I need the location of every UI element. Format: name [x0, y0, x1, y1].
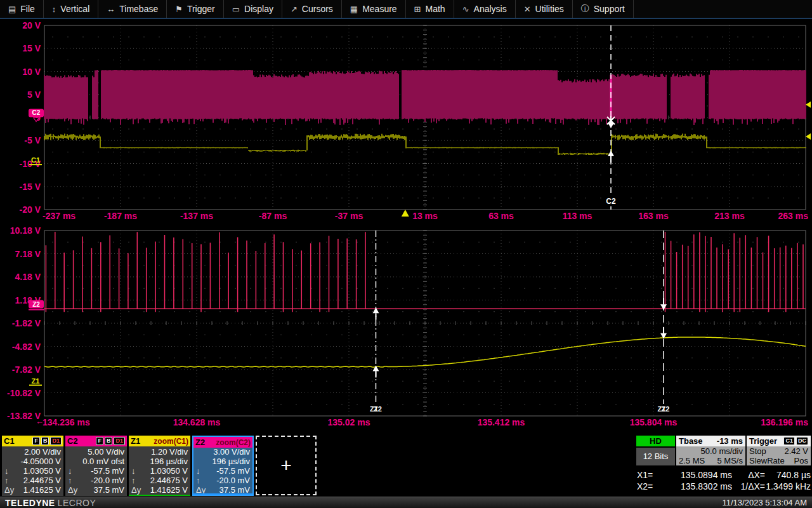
menu-item-display[interactable]: ▭Display — [224, 0, 282, 18]
trigger-icon: ⚑ — [175, 4, 183, 14]
x-axis-label: 113 ms — [563, 211, 593, 221]
analysis-icon: ∿ — [462, 4, 469, 14]
x-axis-label: 135.804 ms — [630, 417, 678, 427]
descriptor-row: ↓-57.5 mV — [65, 466, 127, 476]
trace-c2[interactable] — [44, 70, 806, 125]
cursor-label: C2 — [606, 197, 616, 206]
menu-item-timebase[interactable]: ↔Timebase — [98, 0, 167, 18]
y-axis-label: -4.82 V — [12, 342, 41, 352]
menu-item-math[interactable]: ⊞Math — [406, 0, 454, 18]
y-axis-label: -5 V — [24, 135, 41, 145]
zoom-source-label: zoom(C2) — [216, 438, 251, 447]
file-icon: ▤ — [8, 4, 16, 14]
x2-value: 135.8302 ms — [666, 481, 732, 491]
trigger-position-marker[interactable] — [402, 210, 409, 217]
right-level-marker — [806, 133, 811, 140]
descriptor-row: ↑2.44675 V — [2, 476, 63, 485]
support-icon: ⓘ — [581, 3, 589, 15]
menu-label: Timebase — [119, 4, 158, 14]
trigger-type: SlewRate — [749, 456, 785, 465]
trigger-level: 2.42 V — [784, 446, 808, 456]
trigger-slope: Pos — [794, 456, 808, 465]
x2-label: X2= — [637, 481, 666, 491]
x-axis-label: 163 ms — [638, 211, 669, 221]
descriptor-row: Δy1.41625 V — [2, 485, 63, 495]
descriptor-badge-b: B — [41, 437, 49, 445]
menu-item-file[interactable]: ▤File — [0, 0, 44, 18]
math-icon: ⊞ — [414, 4, 421, 14]
level-pointer — [29, 164, 42, 165]
menu-label: Measure — [362, 4, 396, 14]
menu-item-cursors[interactable]: ↗Cursors — [282, 0, 342, 18]
cursors-icon: ↗ — [291, 4, 298, 14]
descriptor-row: 0.0 mV ofst — [65, 457, 127, 466]
cursor-up-arrow — [608, 123, 614, 128]
descriptor-row: Δy37.5 mV — [65, 485, 127, 495]
invdx-value: 1.3499 kHz — [765, 481, 811, 491]
x-axis-label: -87 ms — [259, 211, 287, 221]
y-axis-label: 15 V — [22, 43, 41, 53]
descriptor-row: ↑-20.0 mV — [193, 476, 252, 485]
svg-text:Z2: Z2 — [32, 301, 40, 308]
menu-label: Math — [426, 4, 445, 14]
x-axis-label: 135.412 ms — [478, 417, 525, 427]
menu-label: Support — [594, 4, 625, 14]
timebase-label: Tbase — [679, 436, 703, 446]
x-axis-label: 134.236 ms — [43, 417, 90, 427]
dx-value: 740.8 µs — [765, 470, 811, 480]
trace-id: C1 — [4, 436, 15, 446]
descriptor-row: 3.00 V/div — [193, 447, 252, 457]
menu-item-analysis[interactable]: ∿Analysis — [454, 0, 516, 18]
add-trace-button[interactable]: + — [256, 436, 317, 495]
x-axis-label: -37 ms — [335, 211, 363, 221]
axis-marker-z1[interactable]: Z1 — [32, 377, 40, 385]
trigger-coupling-badge: DC — [796, 437, 808, 445]
x-axis-label: -137 ms — [180, 211, 213, 221]
trigger-box[interactable]: Trigger C1 DC Stop 2.42 V SlewRate Pos — [747, 436, 811, 465]
vertical-icon: ↕ — [52, 4, 56, 14]
dx-label: ΔX= — [732, 470, 765, 480]
plus-icon: + — [280, 456, 292, 475]
menu-item-support[interactable]: ⓘSupport — [573, 0, 634, 18]
brand-logo: TELEDYNELECROY — [5, 498, 96, 508]
timebase-rate: 5 MS/s — [717, 456, 743, 465]
menu-item-utilities[interactable]: ✕Utilities — [516, 0, 573, 18]
menu-item-vertical[interactable]: ↕Vertical — [44, 0, 98, 18]
x1-value: 135.0894 ms — [666, 470, 732, 480]
menu-bar: ▤File↕Vertical↔Timebase⚑Trigger▭Display↗… — [0, 0, 812, 19]
trace-id: C2 — [67, 436, 78, 446]
descriptor-header: C1FBD1 — [2, 436, 63, 446]
trace-descriptor-c1[interactable]: C1FBD12.00 V/div-4.05000 V↓1.03050 V↑2.4… — [2, 436, 63, 496]
hd-label: HD — [636, 436, 675, 446]
utilities-icon: ✕ — [524, 4, 531, 14]
descriptor-row: ↓-57.5 mV — [193, 466, 252, 476]
trigger-mode: Stop — [749, 446, 766, 456]
hd-bits: 12 Bits — [636, 448, 675, 465]
descriptor-row: 196 µs/div — [193, 457, 252, 466]
descriptor-row: ↑-20.0 mV — [65, 476, 127, 485]
trigger-label: Trigger — [749, 436, 777, 446]
descriptor-row: 196 µs/div — [129, 457, 190, 466]
descriptor-row: ↑2.44675 V — [129, 476, 190, 485]
menu-item-measure[interactable]: ▦Measure — [342, 0, 406, 18]
y-axis-label: -15 V — [20, 182, 41, 192]
trace-descriptor-z2[interactable]: Z2zoom(C2)3.00 V/div196 µs/div↓-57.5 mV↑… — [192, 436, 254, 496]
invdx-label: 1/ΔX= — [732, 481, 765, 491]
measure-icon: ▦ — [350, 4, 358, 14]
descriptor-badge-f: F — [96, 437, 103, 445]
datetime: 11/13/2023 5:13:04 AM — [723, 498, 807, 507]
timebase-icon: ↔ — [107, 4, 115, 14]
menu-label: Utilities — [535, 4, 564, 14]
trace-descriptor-z1[interactable]: Z1zoom(C1)1.20 V/div196 µs/div↓1.03050 V… — [129, 436, 190, 496]
menu-item-trigger[interactable]: ⚑Trigger — [167, 0, 223, 18]
x-axis-label: 134.628 ms — [173, 417, 221, 427]
descriptor-row: ↓1.03050 V — [2, 466, 63, 476]
timebase-box[interactable]: Tbase -13 ms 50.0 ms/div 2.5 MS 5 MS/s — [676, 436, 745, 465]
trace-descriptor-c2[interactable]: C2FBD15.00 V/div0.0 mV ofst↓-57.5 mV↑-20… — [65, 436, 127, 496]
axis-marker-c1[interactable]: C1 — [31, 156, 40, 164]
status-bar: TELEDYNELECROY 11/13/2023 5:13:04 AM — [0, 497, 812, 508]
hd-mode-box[interactable]: HD 12 Bits — [636, 436, 675, 465]
svg-text:C2: C2 — [32, 109, 41, 116]
x-axis-label: -237 ms — [43, 211, 75, 221]
y-axis-label: -10.82 V — [7, 388, 41, 398]
